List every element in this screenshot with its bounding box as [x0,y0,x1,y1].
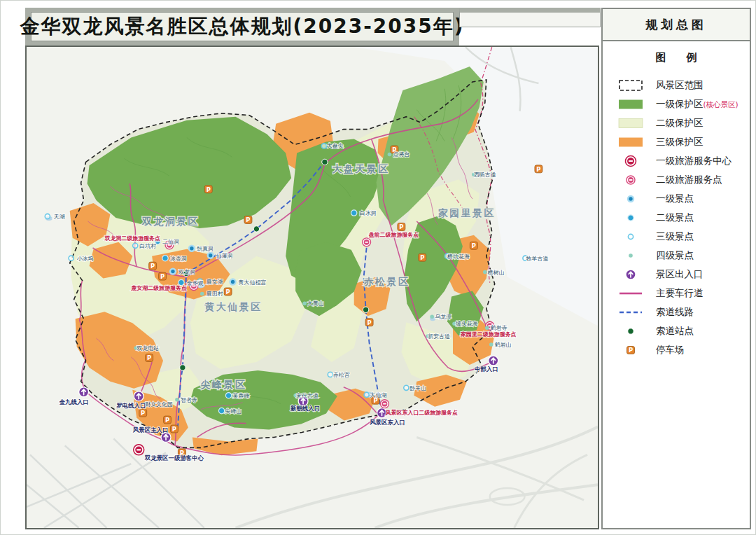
point-label: 点将台 [393,151,410,158]
svg-text:P: P [420,254,424,261]
point-label: 乌龙潭 [435,314,451,320]
legend-label: 一级景点 [656,193,694,205]
parking-icon: P [149,262,157,270]
svg-text:P: P [206,186,211,193]
legend-label-extra: (核心景区) [704,100,738,109]
spot-level4-icon [200,292,204,296]
legend-item: 三级景点 [603,227,750,246]
point-label: 新安古道 [428,333,450,340]
parking-icon: P [224,288,232,296]
point-label: 横树山 [487,270,505,276]
point-label: 财女文化园 [145,401,173,408]
entrance-label: 新朝线入口 [290,405,320,412]
legend-label: 四级景点 [656,249,694,262]
spot-level3-icon [612,230,649,244]
entrance-icon [79,387,89,397]
cable-station-icon [253,226,259,232]
service-point-icon [381,400,389,408]
spot-level4-icon [175,398,179,402]
point-label: 坡头花海 [455,321,478,327]
parking-icon: P [398,223,405,230]
level2-protection-swatch [612,116,649,130]
point-label: 大盘尖 [327,143,344,149]
spot-level2-icon [162,256,168,261]
legend-label: 三级景点 [656,230,694,243]
service-label: 家园里二级旅游服务点 [460,331,517,338]
point-label: 卧羊山 [410,385,426,391]
region-label: 家园里景区 [438,207,496,218]
entrance-label: 金九线入口 [59,398,89,405]
entrance-label: 中部入口 [475,366,498,373]
spot-level2-icon [612,211,649,225]
title-band: 金华双龙风景名胜区总体规划(2023-2035年) [25,8,459,46]
entrance-icon [134,391,144,401]
spot-level3-icon [404,385,409,390]
cable-station-icon [612,324,649,338]
entrance-label: 风景区主入口 [132,426,169,433]
parking-icon: P [535,165,542,173]
point-label: 横坑花海 [447,253,470,260]
region-label: 赤松景区 [363,276,410,287]
legend-items: 风景区范围一级保护区(核心景区)二级保护区三级保护区一级旅游服务中心二级旅游服务… [603,76,750,359]
region-label: 大盘天景区 [332,163,390,174]
entrance-label: 罗电线入口 [115,402,146,409]
legend-label: 索道站点 [656,325,694,338]
point-label: 赤松宫 [333,372,350,378]
spot-level4-icon [612,249,649,263]
point-label: 双龙洞 [178,269,195,275]
parking-icon: P [244,216,252,224]
spot-level2-icon [351,210,357,216]
point-label: 西旸古道 [474,172,496,178]
legend-item: 索道站点 [603,321,750,340]
legend-label: 风景区范围 [656,79,704,92]
point-label: 牧羊古道 [526,256,549,262]
map-image: PPPPPPPPPPPPPPPPP 双龙洞景区大盘天景区家园里景区赤松景区黄大仙… [27,47,598,528]
legend-item: 一级旅游服务中心 [603,151,750,170]
legend-item: 三级保护区 [603,132,750,151]
point-label: 大黄山 [307,300,324,307]
spot-level3-icon [45,214,50,218]
legend-item: 二级景点 [603,208,750,227]
svg-text:P: P [160,273,164,280]
spot-level4-icon [489,342,493,347]
point-label: 智者寺 [181,397,197,403]
legend-panel: 规划总图 图 例 风景区范围一级保护区(核心景区)二级保护区三级保护区一级旅游服… [601,8,751,529]
point-label: 朝真洞 [197,246,214,252]
point-label: 小冰坞 [77,256,94,262]
legend-item: 一级保护区(核心景区) [603,95,750,113]
spot-level3-icon [328,372,332,377]
legend-label: 主要车行道 [656,287,704,300]
spot-level4-icon [430,315,434,319]
spot-level1-icon [612,192,649,206]
point-label: 鹤岩山 [495,341,512,348]
point-label: 仙瀑洞 [216,252,233,259]
spot-level3-icon [133,243,138,248]
parking-icon: P [470,242,477,249]
spot-level4-icon [302,302,307,306]
spot-level4-icon [388,153,392,157]
entrance-icon [489,356,498,366]
legend-label: 索道线路 [656,306,694,319]
point-label: 冰壶洞 [170,256,187,262]
point-label: 黄大仙祖宫 [239,279,267,286]
point-label: 白水洞 [360,210,377,216]
point-label: 白坑村 [139,243,156,249]
region-label: 黄大仙景区 [204,301,262,312]
svg-text:P: P [368,319,372,326]
legend-item: 二级保护区 [603,113,750,132]
service-center-icon [134,445,144,455]
spot-level3-icon [364,392,369,397]
svg-text:P: P [150,263,155,270]
legend-item: 四级景点 [603,246,750,265]
cable-line-swatch [612,305,649,319]
entrance-label: 双龙景区一级游客中心 [144,454,204,461]
spot-level1-icon [229,278,236,285]
service-label: 风景区东入口二级旅游服务点 [385,409,458,416]
point-label: 金华观 [186,280,204,286]
point-label: 天湖 [54,214,65,220]
spot-level1-icon [188,245,195,252]
panel-header-title: 规划总图 [645,17,707,33]
page-title: 金华双龙风景名胜区总体规划(2023-2035年) [20,13,464,40]
legend-label: 三级保护区 [656,136,704,148]
svg-text:P: P [629,347,633,354]
